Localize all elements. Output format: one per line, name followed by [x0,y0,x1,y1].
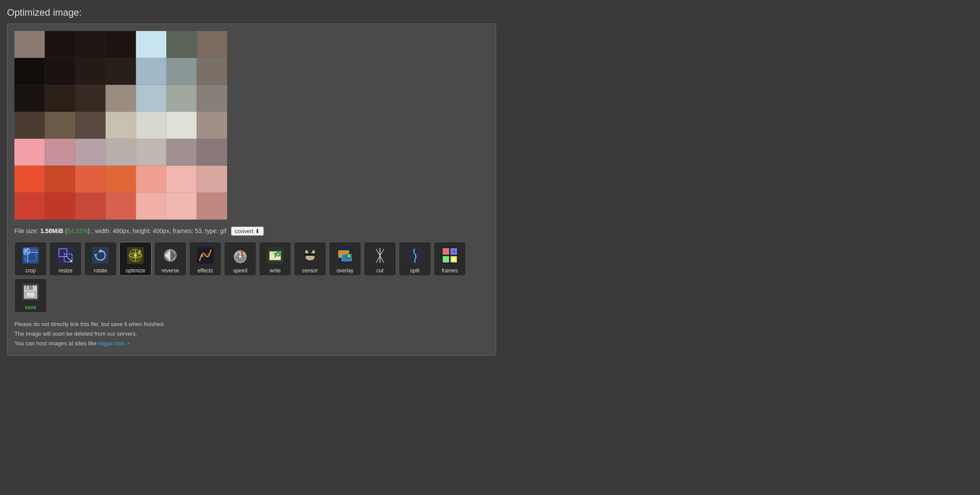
svg-rect-67 [452,258,455,261]
file-size-percent: 64.31% [67,227,88,234]
tool-split-button[interactable]: split [399,242,431,276]
save-icon [20,282,41,302]
tool-speed-label: speed [233,268,248,274]
svg-rect-73 [27,292,35,297]
write-icon: T + [265,245,286,266]
optimize-icon [125,245,146,266]
tool-save-button[interactable]: save [14,278,47,313]
speed-icon [230,245,251,266]
tool-overlay-button[interactable]: + overlay [329,242,361,276]
tool-optimize-label: optimize [126,268,145,274]
crop-icon [20,245,41,266]
svg-point-26 [207,253,209,255]
file-dimensions: , width: 480px, height: 400px, frames: 5… [92,227,227,234]
tool-frames-button[interactable]: frames [434,242,466,276]
tool-crop-button[interactable]: crop [14,242,47,276]
notice-line-1: Please do not directly link this file, b… [14,320,489,329]
tool-cut-button[interactable]: cut [364,242,396,276]
tool-write-button[interactable]: T + write [259,242,291,276]
tool-overlay-label: overlay [337,268,354,274]
tool-resize-button[interactable]: resize [49,242,82,276]
reverse-icon [160,245,181,266]
frames-icon [439,245,460,266]
file-size-value: 1.58MiB [40,227,63,234]
svg-point-31 [239,256,242,258]
svg-rect-64 [444,250,448,253]
svg-rect-70 [26,285,33,290]
tool-rotate-label: rotate [94,268,107,274]
convert-label: convert [235,228,254,234]
tool-censor-label: censor [302,268,318,274]
external-link-icon: ↗ [126,341,130,346]
svg-point-44 [312,250,315,254]
tool-save-label: save [25,304,37,310]
convert-icon: ⬇ [255,228,260,234]
tool-censor-button[interactable]: censor [294,242,326,276]
notice: Please do not directly link this file, b… [14,320,489,348]
file-info: File size: 1.58MiB (64.31%) , width: 480… [14,227,489,236]
tool-effects-button[interactable]: effects [189,242,221,276]
imgur-link[interactable]: imgur.com [98,340,124,347]
svg-point-25 [201,254,204,257]
tool-rotate-button[interactable]: rotate [84,242,117,276]
svg-rect-71 [27,286,29,289]
tool-reverse-label: reverse [162,268,179,274]
main-container: File size: 1.58MiB (64.31%) , width: 480… [7,24,496,356]
tool-effects-label: effects [197,268,213,274]
split-icon [404,245,425,266]
cut-icon [369,245,390,266]
svg-point-43 [305,250,308,254]
svg-rect-42 [304,253,316,256]
tool-split-label: split [410,268,419,274]
svg-point-32 [241,251,243,253]
svg-text:+: + [348,254,350,258]
tool-optimize-button[interactable]: optimize [119,242,152,276]
tool-crop-label: crop [25,268,35,274]
optimized-image [14,31,227,220]
tool-resize-label: resize [59,268,72,274]
svg-text:+: + [277,252,279,257]
svg-point-19 [134,254,137,257]
resize-icon [55,245,76,266]
svg-rect-66 [444,258,448,261]
notice-line-3: You can host images at sites like imgur.… [14,339,489,348]
tool-reverse-button[interactable]: reverse [154,242,186,276]
page-title: Optimized image: [7,7,973,18]
image-area [14,31,489,220]
censor-icon [300,245,321,266]
toolbar: crop resize rotate optimize reverse [14,242,489,313]
convert-button[interactable]: convert ⬇ [231,227,264,236]
svg-rect-65 [452,250,455,253]
tool-speed-button[interactable]: speed [224,242,256,276]
tool-cut-label: cut [376,268,383,274]
overlay-icon: + [335,245,355,266]
tool-frames-label: frames [442,268,458,274]
file-size-label: File size: [14,227,38,234]
tool-write-label: write [269,268,280,274]
effects-icon [195,245,216,266]
notice-line-2: The image will soon be deleted from our … [14,329,489,339]
rotate-icon [90,245,111,266]
